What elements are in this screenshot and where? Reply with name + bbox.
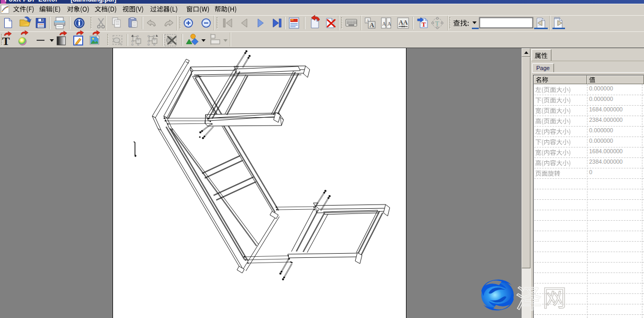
svg-text:A: A	[388, 21, 392, 27]
svg-text:AA: AA	[399, 19, 408, 26]
svg-text:T: T	[2, 35, 10, 48]
svg-text:A: A	[370, 21, 375, 29]
svg-text:A: A	[382, 21, 387, 27]
svg-text:T: T	[422, 21, 426, 28]
svg-text:T: T	[435, 19, 439, 27]
